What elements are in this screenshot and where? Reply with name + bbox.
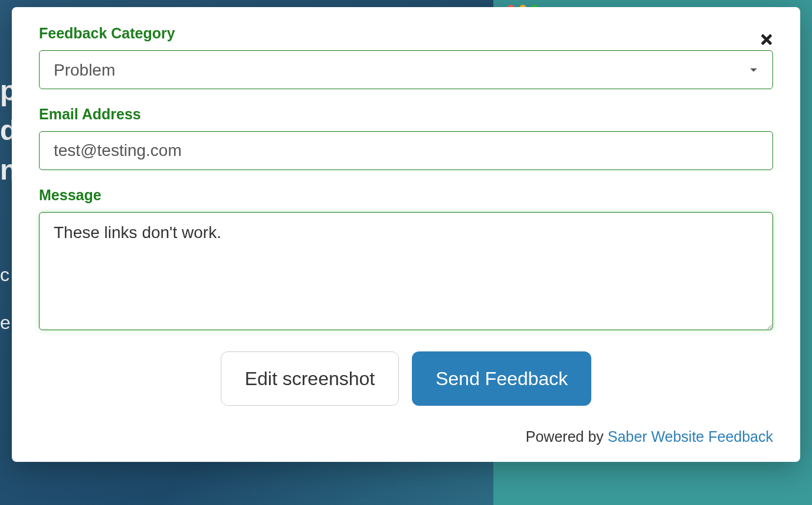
email-field-group: Email Address bbox=[39, 106, 773, 170]
message-textarea[interactable] bbox=[39, 212, 773, 330]
edit-screenshot-button[interactable]: Edit screenshot bbox=[221, 351, 400, 406]
email-input[interactable] bbox=[39, 131, 773, 170]
email-label: Email Address bbox=[39, 106, 773, 123]
close-button[interactable] bbox=[759, 32, 775, 48]
modal-footer: Powered by Saber Website Feedback bbox=[39, 428, 773, 445]
background-text-fragment-small: c e bbox=[0, 260, 11, 338]
category-select[interactable]: Problem bbox=[39, 50, 773, 89]
saber-feedback-link[interactable]: Saber Website Feedback bbox=[608, 428, 773, 445]
category-label: Feedback Category bbox=[39, 25, 773, 42]
close-icon bbox=[759, 32, 774, 47]
message-label: Message bbox=[39, 187, 773, 204]
send-feedback-button[interactable]: Send Feedback bbox=[412, 351, 591, 406]
powered-by-text: Powered by bbox=[526, 428, 608, 445]
category-field-group: Feedback Category Problem bbox=[39, 25, 773, 89]
message-field-group: Message bbox=[39, 187, 773, 333]
feedback-modal: Feedback Category Problem Email Address … bbox=[12, 7, 800, 462]
button-row: Edit screenshot Send Feedback bbox=[39, 351, 773, 406]
